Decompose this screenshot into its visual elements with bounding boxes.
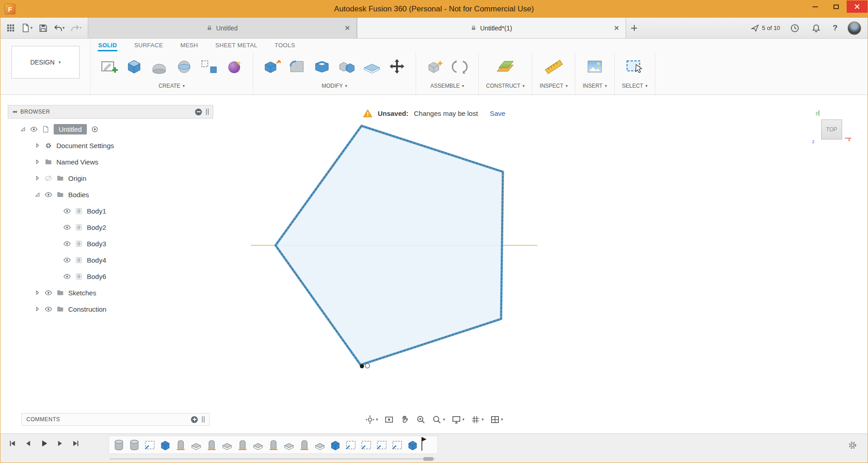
browser-header[interactable]: ◀◀ BROWSER — [8, 105, 213, 119]
item-label[interactable]: Body4 — [87, 256, 106, 264]
slider-handle[interactable] — [423, 457, 433, 461]
joint-button[interactable] — [448, 56, 471, 78]
assemble-group-label[interactable]: ASSEMBLE▾ — [430, 83, 464, 89]
expand-icon[interactable] — [34, 306, 40, 312]
display-settings-button[interactable]: ▾ — [452, 415, 465, 424]
construct-plane-button[interactable] — [494, 56, 517, 78]
visibility-eye-icon[interactable] — [45, 191, 52, 199]
visibility-eye-icon[interactable] — [63, 256, 71, 264]
press-pull-button[interactable] — [261, 56, 283, 78]
item-label[interactable]: Body2 — [87, 224, 106, 231]
tab-sheet-metal[interactable]: SHEET METAL — [215, 41, 258, 51]
timeline-feature-cylinder[interactable] — [112, 438, 125, 452]
sketch-point[interactable] — [360, 364, 364, 368]
pattern-button[interactable] — [198, 56, 221, 78]
activate-component-icon[interactable] — [91, 125, 99, 133]
timeline-zoom-slider[interactable] — [110, 457, 435, 461]
visibility-eye-icon[interactable] — [63, 273, 71, 280]
expand-icon[interactable] — [34, 142, 40, 149]
tab-solid[interactable]: SOLID — [98, 41, 117, 51]
insert-group-label[interactable]: INSERT▾ — [582, 83, 607, 89]
history-button[interactable] — [788, 20, 802, 36]
timeline-feature-extrude[interactable] — [159, 438, 172, 452]
expand-icon[interactable] — [34, 159, 40, 165]
timeline-feature-plate[interactable] — [313, 438, 326, 452]
redo-button[interactable]: ▾ — [68, 20, 84, 36]
expand-open-icon[interactable] — [34, 191, 40, 198]
visibility-eye-icon[interactable] — [45, 289, 52, 297]
timeline-feature-revolve[interactable] — [174, 438, 187, 452]
browser-item-body2[interactable]: Body2 — [8, 219, 213, 235]
timeline-feature-revolve[interactable] — [236, 438, 249, 452]
timeline-position-marker[interactable] — [421, 436, 427, 453]
timeline-feature-revolve[interactable] — [267, 438, 280, 452]
item-label[interactable]: Named Views — [56, 158, 98, 166]
timeline-feature-sketch[interactable] — [344, 438, 357, 452]
modify-group-label[interactable]: MODIFY▾ — [321, 83, 347, 89]
item-label[interactable]: Body1 — [87, 207, 106, 215]
insert-canvas-button[interactable] — [583, 56, 606, 78]
document-tab-untitled-1[interactable]: Untitled*(1) — [357, 18, 626, 38]
document-tab-untitled[interactable]: Untitled — [88, 18, 357, 38]
comments-grip[interactable] — [202, 416, 205, 423]
sphere-primitive-button[interactable] — [173, 56, 196, 78]
cylinder-primitive-button[interactable] — [148, 56, 171, 78]
create-group-label[interactable]: CREATE▾ — [159, 83, 185, 89]
apps-grid-button[interactable] — [4, 20, 17, 36]
timeline-feature-extrude[interactable] — [329, 438, 342, 452]
select-group-label[interactable]: SELECT▾ — [622, 83, 647, 89]
timeline-feature-revolve[interactable] — [205, 438, 218, 452]
visibility-eye-icon[interactable] — [30, 125, 38, 133]
viewcube[interactable]: TOP x y z — [818, 116, 845, 143]
play-button[interactable] — [38, 437, 50, 450]
root-component-label[interactable]: Untitled — [54, 124, 87, 134]
timeline-feature-sketch[interactable] — [143, 438, 156, 452]
expand-icon[interactable] — [34, 289, 40, 296]
orbit-button[interactable]: ▾ — [365, 415, 378, 424]
expand-open-icon[interactable] — [20, 126, 26, 132]
measure-button[interactable] — [542, 56, 565, 78]
item-label[interactable]: Body6 — [87, 273, 106, 280]
viewcube-top-face[interactable]: TOP — [821, 119, 842, 139]
item-label[interactable]: Document Settings — [56, 142, 114, 149]
go-to-end-button[interactable] — [70, 437, 82, 450]
browser-item-body4[interactable]: Body4 — [8, 252, 213, 268]
look-at-button[interactable] — [384, 415, 394, 424]
tab-tools[interactable]: TOOLS — [274, 41, 296, 51]
timeline-feature-sketch[interactable] — [375, 438, 388, 452]
expand-icon[interactable] — [34, 175, 40, 181]
comments-panel[interactable]: COMMENTS — [21, 413, 210, 426]
job-status-button[interactable]: 5 of 10 — [751, 24, 780, 32]
notifications-button[interactable] — [809, 20, 823, 36]
timeline-settings-button[interactable] — [848, 440, 858, 452]
browser-item-sketches[interactable]: Sketches — [8, 284, 213, 301]
close-tab-icon[interactable] — [345, 25, 350, 30]
zoom-button[interactable] — [416, 415, 426, 424]
timeline-feature-extrude[interactable] — [406, 438, 419, 452]
step-back-button[interactable] — [22, 437, 35, 450]
fillet-button[interactable] — [286, 56, 308, 78]
sketch-point-circle[interactable] — [365, 363, 370, 368]
file-menu-button[interactable]: ▾ — [19, 20, 35, 36]
visibility-eye-icon[interactable] — [63, 224, 71, 231]
help-button[interactable]: ? — [831, 20, 840, 36]
minimize-button[interactable] — [805, 0, 826, 13]
item-label[interactable]: Bodies — [68, 191, 89, 199]
pentagon-body[interactable] — [276, 126, 503, 365]
visibility-eye-icon[interactable] — [63, 207, 71, 215]
go-to-start-button[interactable] — [6, 437, 19, 450]
visibility-eye-icon[interactable] — [63, 240, 71, 248]
browser-item-named-views[interactable]: Named Views — [8, 154, 213, 170]
shell-button[interactable] — [311, 56, 333, 78]
timeline-feature-cylinder[interactable] — [128, 438, 141, 452]
fit-zoom-window-button[interactable]: ▾ — [432, 415, 445, 424]
combine-button[interactable] — [336, 56, 358, 78]
timeline-feature-plate[interactable] — [251, 438, 265, 452]
new-component-button[interactable] — [423, 56, 446, 78]
browser-item-bodies[interactable]: Bodies — [8, 186, 213, 203]
new-tab-button[interactable] — [626, 18, 642, 38]
viewports-button[interactable]: ▾ — [490, 415, 503, 424]
design-canvas[interactable]: ◀◀ BROWSER Untitled Document Settings — [0, 95, 868, 433]
item-label[interactable]: Construction — [68, 305, 106, 313]
timeline-feature-plate[interactable] — [282, 438, 296, 452]
